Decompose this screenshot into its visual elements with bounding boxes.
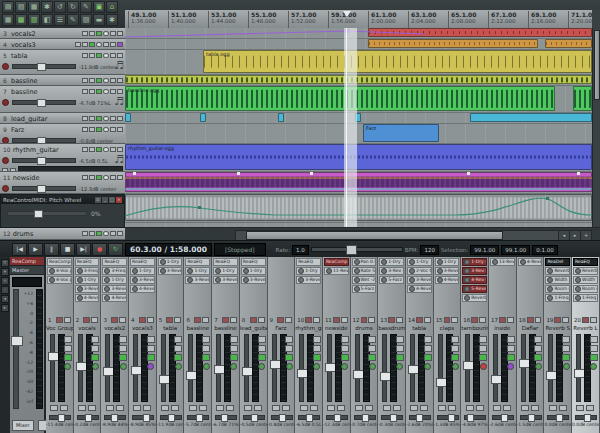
pan-slider-cap[interactable] bbox=[467, 414, 474, 422]
solo-button[interactable] bbox=[590, 317, 597, 323]
io-button[interactable] bbox=[89, 53, 95, 58]
solo-button[interactable] bbox=[396, 317, 403, 323]
knob-icon[interactable] bbox=[464, 268, 470, 274]
pan-slider[interactable] bbox=[104, 415, 126, 420]
routing-button[interactable] bbox=[476, 405, 484, 411]
io-button[interactable] bbox=[534, 336, 542, 343]
mute-button[interactable] bbox=[110, 175, 116, 180]
io-button[interactable] bbox=[258, 336, 266, 343]
channel-name[interactable]: Farz bbox=[268, 324, 295, 332]
pan-slider-cap[interactable] bbox=[334, 414, 341, 422]
fx-button[interactable] bbox=[368, 354, 376, 361]
env-button[interactable] bbox=[82, 78, 88, 83]
show-fx-icon[interactable]: + bbox=[1, 277, 9, 285]
stop-button[interactable]: ■ bbox=[60, 243, 75, 256]
io-button[interactable] bbox=[89, 175, 95, 180]
track-name[interactable]: lead_guitar bbox=[11, 115, 80, 123]
pan-slider[interactable] bbox=[243, 415, 265, 420]
record-button[interactable]: ● bbox=[92, 243, 107, 256]
mute-button[interactable] bbox=[110, 89, 116, 94]
send-slot[interactable]: Reverb normal bbox=[462, 294, 487, 302]
monitor-icon[interactable] bbox=[103, 89, 109, 94]
screenset-icon[interactable]: ▣ bbox=[93, 1, 105, 13]
pan-slider-cap[interactable] bbox=[111, 414, 118, 422]
undo-icon[interactable]: ↺ bbox=[54, 1, 66, 13]
channel-name[interactable]: bassline bbox=[212, 324, 239, 332]
mixer-strip-vocals2[interactable]: ReaEQ3-Freq (L) 440.1 Hz1-Dry3-Reverb S4… bbox=[101, 257, 129, 433]
channel-name[interactable]: lead_guitar bbox=[240, 324, 267, 332]
solo-button[interactable] bbox=[117, 116, 123, 121]
phase-button[interactable] bbox=[272, 405, 280, 411]
solo-button[interactable] bbox=[258, 317, 265, 323]
knob-icon[interactable] bbox=[575, 268, 581, 274]
mixer-strip-lead_guitar[interactable]: ReaEQ1-Dry3-Reverb S8lead_guitar-0.5dB c… bbox=[240, 257, 268, 433]
routing-button[interactable] bbox=[337, 405, 345, 411]
fx-slot[interactable]: Pan 0.0% bbox=[352, 258, 377, 266]
minimize-icon[interactable]: _ bbox=[102, 197, 108, 203]
env-button[interactable] bbox=[507, 345, 515, 352]
volume-slider-cap[interactable] bbox=[37, 157, 46, 165]
volume-fader[interactable] bbox=[465, 334, 470, 402]
phase-button[interactable] bbox=[438, 405, 446, 411]
record-arm-button[interactable] bbox=[452, 363, 459, 370]
send-slot[interactable]: 4-Rev Rv 1.4 dB bbox=[462, 276, 487, 284]
fx-button[interactable] bbox=[96, 147, 102, 152]
knob-icon[interactable] bbox=[77, 277, 83, 283]
mute-button[interactable] bbox=[471, 317, 478, 323]
knob-icon[interactable] bbox=[354, 286, 360, 292]
knob-icon[interactable] bbox=[547, 268, 553, 274]
io-button[interactable] bbox=[230, 336, 238, 343]
pan-slider-cap[interactable] bbox=[556, 414, 563, 422]
knob-icon[interactable] bbox=[409, 259, 415, 265]
track-name[interactable]: tabla bbox=[11, 52, 80, 60]
volume-fader[interactable] bbox=[133, 334, 138, 402]
env-button[interactable] bbox=[534, 345, 542, 352]
solo-button[interactable] bbox=[119, 317, 126, 323]
solo-button[interactable] bbox=[368, 317, 375, 323]
knob-icon[interactable] bbox=[104, 277, 110, 283]
selection-length[interactable]: 0:1.00 bbox=[532, 245, 558, 255]
show-sends-icon[interactable]: ▾ bbox=[1, 268, 9, 276]
knob-icon[interactable] bbox=[132, 277, 138, 283]
env-button[interactable] bbox=[64, 345, 72, 352]
io-button[interactable] bbox=[147, 336, 155, 343]
volume-fader[interactable] bbox=[521, 334, 526, 402]
pan-slider[interactable] bbox=[381, 415, 403, 420]
knob-icon[interactable] bbox=[298, 268, 304, 274]
send-slot[interactable]: 1-Dry bbox=[158, 258, 183, 266]
fx-button[interactable] bbox=[89, 42, 95, 47]
mute-button[interactable] bbox=[416, 317, 423, 323]
volume-slider-cap[interactable] bbox=[37, 137, 46, 144]
mute-button[interactable] bbox=[554, 317, 561, 323]
track-name[interactable]: drums bbox=[13, 230, 80, 238]
volume-slider[interactable] bbox=[12, 100, 76, 105]
io-button[interactable] bbox=[91, 336, 99, 343]
routing-button[interactable] bbox=[503, 405, 511, 411]
knob-icon[interactable] bbox=[160, 268, 166, 274]
knob-icon[interactable] bbox=[187, 277, 193, 283]
mute-button[interactable] bbox=[444, 317, 451, 323]
fx-button[interactable] bbox=[258, 354, 266, 361]
volume-fader[interactable] bbox=[50, 334, 55, 402]
send-slot[interactable]: 3-Reverb S bbox=[435, 267, 460, 275]
fx-slot[interactable]: 3-Freq (L) 440.1 Hz bbox=[75, 267, 100, 275]
env-button[interactable] bbox=[341, 345, 349, 352]
mute-button[interactable] bbox=[111, 317, 118, 323]
send-slot[interactable]: 3-Rev Rv 131.4 bbox=[462, 267, 487, 275]
io-button[interactable] bbox=[313, 336, 321, 343]
track-lane-bassline[interactable]: bassline.ogg bbox=[125, 86, 592, 113]
solo-button[interactable] bbox=[535, 317, 542, 323]
track-lane-tabla[interactable]: tabla.ogg bbox=[125, 50, 592, 75]
pan-slider[interactable] bbox=[77, 415, 99, 420]
edit-cursor-marker[interactable] bbox=[343, 11, 351, 17]
io-button[interactable] bbox=[479, 336, 487, 343]
record-arm-icon[interactable] bbox=[2, 185, 9, 192]
knob-icon[interactable] bbox=[77, 295, 83, 301]
record-arm-button[interactable] bbox=[147, 363, 154, 370]
knob-icon[interactable] bbox=[298, 277, 304, 283]
knob-icon[interactable] bbox=[160, 259, 166, 265]
fx-slot[interactable]: Room noise bbox=[545, 285, 570, 293]
track-panel-bassline[interactable]: 6bassline♬ bbox=[0, 75, 125, 86]
env-button[interactable] bbox=[451, 345, 459, 352]
redo-icon[interactable]: ↻ bbox=[67, 1, 79, 13]
